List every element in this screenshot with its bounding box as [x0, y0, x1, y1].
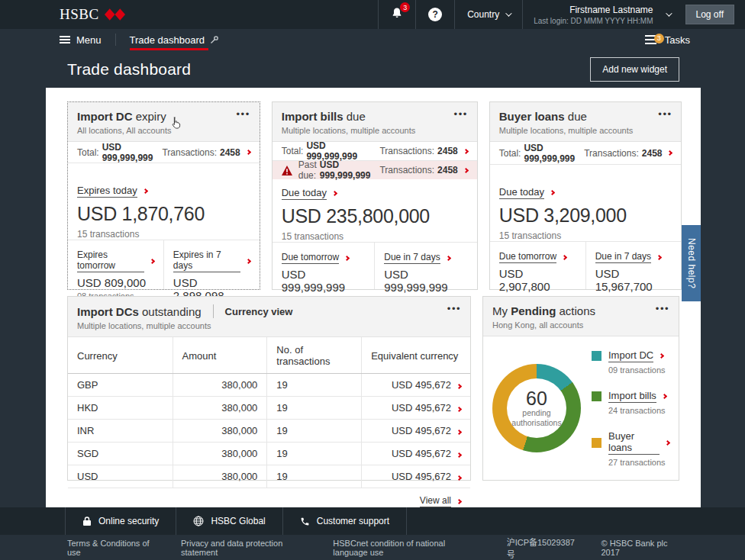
cell-amount: USD 809,000 [77, 276, 154, 289]
customer-support-link[interactable]: Customer support [282, 507, 407, 535]
buyer-loans-due-widget: Buyer loans due Multiple locations, mult… [489, 101, 682, 290]
log-off-button[interactable]: Log off [685, 5, 734, 24]
chevron-right-icon [456, 430, 462, 435]
widgets-row-1: Import DC expiry All locations, All acco… [67, 101, 679, 290]
hsbc-hexagon-icon [105, 8, 125, 21]
chevron-right-icon [656, 255, 662, 260]
hsbc-global-link[interactable]: HSBC Global [176, 507, 282, 535]
buyer-loans-link[interactable]: Buyer loans [608, 430, 669, 455]
legend-swatch [592, 391, 601, 401]
widget-subtitle: Multiple locations, multiple accounts [77, 321, 292, 330]
chevron-right-icon [246, 150, 251, 155]
copyright: © HSBC Bank plc 2017 [601, 539, 679, 557]
cell-amount: USD 15,967,700 [595, 267, 672, 293]
widget-subtitle: All locations, All accounts [77, 126, 172, 135]
chevron-right-icon [463, 167, 469, 172]
chevron-right-icon [456, 475, 462, 481]
pending-label: pending [522, 408, 550, 418]
total-row-link[interactable]: Total:USD 999,999,999 Transactions:2458 [68, 142, 260, 163]
due-tomorrow-link[interactable]: Due tomorrow [282, 252, 349, 264]
chevron-right-icon [446, 255, 451, 260]
footer-strip: Online security HSBC Global Customer sup… [0, 507, 745, 535]
chevron-right-icon [665, 439, 670, 445]
widget-subtitle: Multiple locations, multiple accounts [499, 126, 633, 135]
chevron-right-icon [456, 452, 462, 458]
divider [213, 304, 214, 318]
my-pending-actions-widget: My Pending actions Hong Kong, all accoun… [482, 296, 679, 481]
equivalent-link[interactable]: USD 495,672 [362, 420, 470, 443]
tasks-button[interactable]: 3 Tasks [645, 34, 690, 46]
due-today-link[interactable]: Due today [499, 186, 554, 199]
import-bills-link[interactable]: Import bills [608, 390, 666, 403]
notifications-button[interactable]: 3 [378, 0, 415, 29]
equivalent-link[interactable]: USD 495,672 [362, 397, 470, 420]
expires-in-7-days-link[interactable]: Expires in 7 days [173, 249, 250, 272]
chevron-down-icon [505, 10, 511, 16]
widget-title: Import DC expiry [77, 110, 172, 123]
help-icon: ? [428, 8, 442, 21]
notifications-badge: 3 [400, 2, 410, 12]
divider [115, 34, 116, 46]
total-row-link[interactable]: Total:USD 999,999,999 Transactions:2458 [273, 142, 477, 161]
help-button[interactable]: ? [415, 0, 454, 29]
import-bills-due-widget: Import bills due Multiple locations, mul… [272, 101, 478, 290]
country-label: Country [467, 9, 499, 20]
widget-menu-button[interactable]: ••• [447, 304, 461, 314]
widget-menu-button[interactable]: ••• [658, 110, 672, 119]
main-transactions: 15 transactions [499, 230, 672, 241]
country-dropdown[interactable]: Country [454, 0, 522, 29]
expires-tomorrow-link[interactable]: Expires tomorrow [77, 249, 154, 272]
total-row-link[interactable]: Total:USD 999,999,999 Transactions:2458 [490, 142, 682, 165]
due-today-link[interactable]: Due today [282, 187, 337, 200]
table-row: USD 380,000 19 USD 495,672 [68, 465, 470, 488]
widget-title: My Pending actions [492, 304, 595, 317]
legend-item: Buyer loans 27 transactions [592, 430, 669, 467]
warning-icon [282, 166, 292, 175]
expires-today-link[interactable]: Expires today [77, 185, 147, 198]
tab-trade-dashboard[interactable]: Trade dashboard [130, 29, 220, 50]
phone-icon [300, 517, 310, 526]
globe-icon [193, 516, 204, 526]
legend-item: Import DC 09 transactions [592, 349, 669, 375]
past-due-alert-link[interactable]: Past due:USD 999,999,999 Transactions:24… [273, 161, 477, 179]
icp-link[interactable]: 沪ICP备15029387号 [507, 536, 576, 560]
widget-menu-button[interactable]: ••• [237, 110, 250, 119]
hamburger-icon [60, 36, 70, 43]
menu-label: Menu [76, 34, 102, 46]
hsbc-logo-text: HSBC [60, 6, 99, 23]
main-transactions: 15 transactions [282, 231, 468, 242]
online-security-link[interactable]: Online security [65, 507, 176, 535]
menu-button[interactable]: Menu [60, 29, 102, 50]
legend-swatch [592, 438, 601, 448]
terms-link[interactable]: Terms & Conditions of use [67, 539, 155, 557]
add-new-widget-button[interactable]: Add new widget [590, 57, 679, 82]
widget-subtitle: Hong Kong, all accounts [492, 320, 595, 330]
hsbc-logo: HSBC [60, 6, 125, 23]
due-in-7-days-link[interactable]: Due in 7 days [595, 251, 661, 263]
column-header-amount: Amount [173, 337, 267, 374]
equivalent-link[interactable]: USD 495,672 [362, 443, 470, 465]
need-help-tab[interactable]: Need help? [682, 225, 701, 301]
table-row: SGD 380,000 19 USD 495,672 [68, 443, 470, 465]
widget-menu-button[interactable]: ••• [454, 110, 468, 119]
table-row: GBP 380,000 19 USD 495,672 [68, 374, 470, 397]
chevron-right-icon [662, 394, 667, 399]
import-dc-link[interactable]: Import DC [608, 349, 663, 362]
table-row: INR 380,000 19 USD 495,672 [68, 420, 470, 443]
widget-menu-button[interactable]: ••• [656, 304, 669, 314]
equivalent-link[interactable]: USD 495,672 [362, 465, 470, 488]
privacy-link[interactable]: Privacy and data protection statement [181, 539, 307, 557]
chevron-right-icon [456, 498, 462, 504]
language-condition-link[interactable]: HSBCnet condition of national language u… [333, 539, 480, 557]
due-tomorrow-link[interactable]: Due tomorrow [499, 251, 566, 263]
chevron-right-icon [150, 259, 155, 264]
view-all-link[interactable]: View all [420, 495, 461, 507]
legend-transactions: 09 transactions [608, 365, 669, 375]
due-in-7-days-link[interactable]: Due in 7 days [384, 252, 450, 264]
cell-amount: USD 999,999,999 [282, 268, 366, 294]
equivalent-link[interactable]: USD 495,672 [362, 374, 470, 397]
user-menu[interactable]: Firstname Lastname Last login: DD MMM YY… [522, 0, 680, 29]
tab-label: Trade dashboard [130, 34, 205, 46]
chevron-right-icon [143, 188, 148, 194]
legend-transactions: 27 transactions [608, 458, 669, 467]
